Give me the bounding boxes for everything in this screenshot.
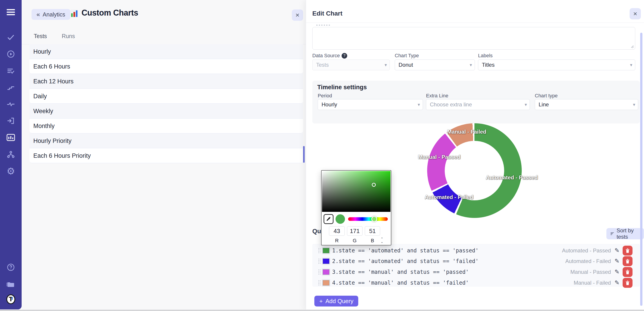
query-color-button[interactable]	[322, 257, 330, 265]
data-source-select[interactable]: Tests▾	[312, 60, 390, 70]
edit-pencil-icon[interactable]: ✎	[614, 279, 620, 286]
bar-chart-emoji-icon	[70, 10, 78, 18]
extra-line-select[interactable]: Choose extra line▾	[426, 99, 530, 110]
drag-handle-icon[interactable]	[318, 280, 321, 286]
app-logo[interactable]: T	[6, 295, 15, 304]
main-sidebar: ⚙ T	[0, 0, 22, 309]
donut-chart	[427, 123, 522, 218]
drag-handle-icon[interactable]	[318, 269, 321, 275]
labels-select[interactable]: Titles▾	[478, 60, 635, 70]
chevron-down-icon: ▾	[384, 62, 387, 68]
trash-icon	[625, 280, 630, 285]
list-item[interactable]: Daily	[30, 89, 303, 104]
extra-line-label: Extra Line	[426, 93, 448, 99]
eyedropper-button[interactable]	[324, 214, 334, 224]
slice-label-automated-passed: Automated - Passed	[486, 174, 538, 181]
edit-pencil-icon[interactable]: ✎	[614, 268, 620, 275]
list-item[interactable]: Each 6 Hours	[30, 59, 303, 74]
clipped-field-label	[316, 25, 331, 26]
list-item[interactable]: Hourly Priority	[30, 133, 303, 148]
projects-folder-icon[interactable]	[6, 279, 15, 288]
help-badge-icon[interactable]: ?	[342, 53, 347, 59]
hamburger-icon[interactable]	[6, 8, 15, 17]
color-mode-toggle-icon[interactable]: ⌃⌄	[380, 237, 384, 243]
blue-label: B	[364, 238, 380, 244]
analytics-back-button[interactable]: « Analytics	[32, 9, 70, 20]
slice-label-manual-failed: Manual - Failed	[447, 129, 486, 135]
branch-icon[interactable]	[6, 150, 15, 159]
color-picker-popover: R G B ⌃⌄	[321, 170, 391, 245]
hue-slider[interactable]	[348, 217, 388, 221]
query-label: Manual - Failed	[574, 280, 611, 286]
plans-list-check-icon[interactable]	[6, 66, 15, 75]
query-row: 1.state == 'automated' and status == 'pa…	[312, 245, 640, 256]
query-row: 4.state == 'manual' and status == 'faile…	[312, 277, 640, 288]
close-icon: ×	[296, 11, 300, 19]
page-title: Custom Charts	[82, 8, 138, 18]
query-label: Automated - Failed	[565, 258, 611, 264]
sort-by-tests-button[interactable]: Sort by tests	[606, 228, 644, 239]
delete-query-button[interactable]	[622, 256, 632, 266]
green-input[interactable]	[347, 226, 362, 236]
tab-tests[interactable]: Tests	[34, 33, 47, 40]
close-edit-panel-button[interactable]: ×	[630, 8, 641, 19]
slice-label-manual-passed: Manual - Passed	[418, 154, 460, 160]
close-panel-button[interactable]: ×	[292, 10, 303, 21]
pulse-icon[interactable]	[6, 100, 15, 109]
analytics-bar-chart-icon[interactable]	[6, 133, 15, 142]
sort-icon	[610, 232, 614, 236]
tab-runs[interactable]: Runs	[62, 33, 75, 40]
list-item[interactable]: Each 6 Hours Priority	[30, 148, 303, 163]
list-item[interactable]: Hourly	[30, 44, 303, 59]
add-query-button[interactable]: + Add Query	[314, 296, 358, 306]
gear-icon[interactable]: ⚙	[6, 167, 15, 176]
query-row: 3.state == 'manual' and status == 'passe…	[312, 267, 640, 277]
list-item[interactable]: Each 12 Hours	[30, 74, 303, 89]
tests-check-icon[interactable]	[6, 33, 15, 42]
edit-chart-title: Edit Chart	[312, 10, 342, 17]
list-item[interactable]: Monthly	[30, 119, 303, 133]
custom-charts-panel: « Analytics Custom Charts × Tests Runs H…	[22, 0, 306, 309]
edit-pencil-icon[interactable]: ✎	[614, 258, 620, 264]
chevron-down-icon: ▾	[525, 102, 527, 107]
delete-query-button[interactable]	[622, 267, 632, 277]
steps-icon[interactable]	[6, 83, 15, 92]
saturation-area[interactable]	[322, 171, 390, 212]
edit-panel-scrollbar[interactable]	[640, 33, 642, 306]
delete-query-button[interactable]	[622, 278, 632, 288]
custom-chart-list: Hourly Each 6 Hours Each 12 Hours Daily …	[30, 44, 303, 163]
labels-label: Labels	[478, 53, 493, 59]
slice-label-automated-failed: Automated - Failed	[425, 194, 473, 200]
timeline-chart-type-select[interactable]: Line▾	[535, 99, 638, 110]
period-select[interactable]: Hourly▾	[318, 99, 423, 110]
hue-handle[interactable]	[371, 216, 377, 222]
chart-type-label: Chart Type	[395, 53, 419, 59]
runs-play-icon[interactable]	[6, 50, 15, 59]
query-color-button[interactable]	[322, 279, 330, 287]
chevron-down-icon: ▾	[470, 62, 472, 68]
chevron-down-icon: ▾	[630, 62, 632, 68]
delete-query-button[interactable]	[622, 246, 632, 255]
list-tabs: Tests Runs	[34, 33, 75, 40]
chart-description-textarea[interactable]	[312, 27, 635, 50]
edit-chart-panel: Edit Chart × Data Source ? Chart Type La…	[306, 0, 644, 311]
query-row: 2.state == 'automated' and status == 'fa…	[312, 256, 640, 266]
query-color-button[interactable]	[322, 268, 330, 276]
trash-icon	[625, 248, 630, 253]
drag-handle-icon[interactable]	[318, 248, 321, 253]
green-label: G	[347, 238, 362, 244]
chart-type-select[interactable]: Donut▾	[395, 60, 475, 70]
help-icon[interactable]	[6, 263, 15, 272]
blue-input[interactable]	[365, 226, 380, 236]
list-item[interactable]: Weekly	[30, 104, 303, 119]
saturation-handle[interactable]	[372, 183, 376, 187]
login-icon[interactable]	[6, 116, 15, 125]
drag-handle-icon[interactable]	[318, 258, 321, 264]
query-color-button[interactable]	[322, 247, 330, 254]
red-input[interactable]	[329, 226, 345, 236]
edit-pencil-icon[interactable]: ✎	[614, 247, 620, 254]
period-label: Period	[318, 93, 332, 99]
left-panel-scrollbar[interactable]	[303, 146, 305, 163]
timeline-settings-title: Timeline settings	[317, 84, 367, 91]
eyedropper-icon	[326, 216, 331, 222]
